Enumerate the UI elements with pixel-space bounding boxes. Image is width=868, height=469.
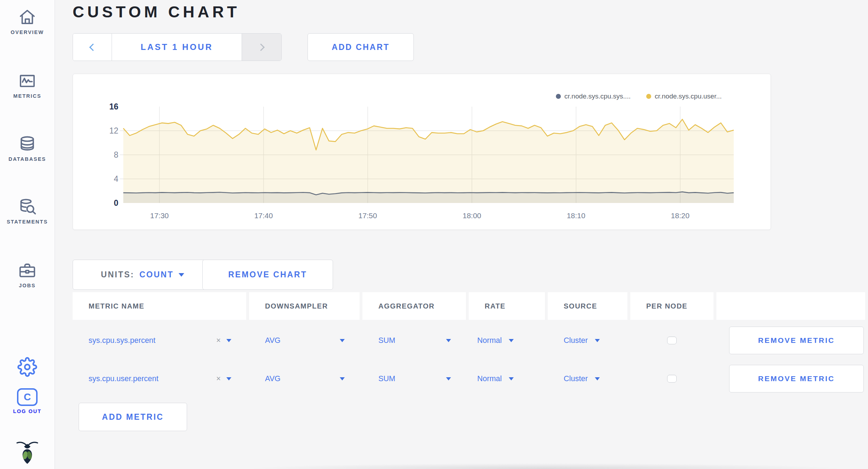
- per-node-cell: [630, 323, 714, 358]
- downsampler-dropdown[interactable]: AVG: [265, 336, 281, 345]
- legend-dot-icon: [646, 94, 651, 99]
- home-icon: [0, 8, 55, 27]
- sidebar-item-settings[interactable]: [0, 357, 55, 377]
- legend-label: cr.node.sys.cpu.sys....: [564, 92, 631, 100]
- column-header-empty: [716, 292, 865, 320]
- legend-entry: cr.node.sys.cpu.user...: [646, 92, 722, 100]
- statements-icon: [0, 197, 55, 216]
- chevron-right-icon: [257, 43, 265, 51]
- per-node-checkbox[interactable]: [667, 375, 677, 383]
- bottom-shadow: [253, 463, 838, 469]
- remove-chart-button[interactable]: REMOVE CHART: [202, 260, 333, 290]
- aggregator-dropdown[interactable]: SUM: [378, 336, 395, 345]
- add-chart-button[interactable]: ADD CHART: [308, 33, 414, 61]
- chevron-down-icon[interactable]: [226, 377, 231, 380]
- column-header-aggregator: AGGREGATOR: [362, 292, 466, 320]
- downsampler-cell: AVG: [249, 323, 360, 358]
- x-axis-tick: 17:50: [350, 211, 385, 220]
- main-content: CUSTOM CHART LAST 1 HOUR ADD CHART cr.no…: [55, 0, 868, 469]
- database-icon: [0, 135, 55, 154]
- metric-name-cell: sys.cpu.sys.percent ×: [73, 323, 246, 358]
- x-axis-tick: 18:20: [663, 211, 698, 220]
- aggregator-cell: SUM: [362, 323, 466, 358]
- aggregator-dropdown[interactable]: SUM: [378, 374, 395, 383]
- remove-metric-button[interactable]: REMOVE METRIC: [729, 365, 864, 392]
- column-header-per-node: PER NODE: [630, 292, 714, 320]
- chevron-down-icon[interactable]: [446, 377, 451, 380]
- sidebar-item-label: STATEMENTS: [0, 219, 55, 225]
- y-axis-tick: 4: [94, 175, 118, 183]
- downsampler-dropdown[interactable]: AVG: [265, 374, 281, 383]
- legend-entry: cr.node.sys.cpu.sys....: [556, 92, 631, 100]
- units-label: UNITS:: [101, 270, 135, 279]
- cockroach-bug-logo: [0, 439, 55, 465]
- sidebar-item-label: JOBS: [0, 283, 55, 288]
- source-dropdown[interactable]: Cluster: [564, 336, 588, 345]
- rate-cell: Normal: [469, 323, 545, 358]
- sidebar-item-label: OVERVIEW: [0, 29, 55, 35]
- time-range-next-button[interactable]: [242, 34, 281, 61]
- remove-metric-cell: REMOVE METRIC: [716, 361, 865, 396]
- sidebar-item-label: DATABASES: [0, 156, 55, 162]
- aggregator-cell: SUM: [362, 361, 466, 396]
- remove-metric-cell: REMOVE METRIC: [716, 323, 865, 358]
- remove-metric-button[interactable]: REMOVE METRIC: [729, 327, 864, 354]
- chevron-down-icon[interactable]: [595, 377, 600, 380]
- units-value: COUNT: [139, 270, 174, 279]
- column-header-rate: RATE: [469, 292, 545, 320]
- sidebar-item-metrics[interactable]: METRICS: [0, 72, 55, 99]
- units-dropdown[interactable]: UNITS: COUNT: [73, 260, 213, 290]
- column-header-metric-name: METRIC NAME: [73, 292, 246, 320]
- cockroach-c-icon[interactable]: C: [17, 388, 38, 406]
- page-title: CUSTOM CHART: [73, 3, 240, 21]
- chevron-down-icon[interactable]: [509, 339, 514, 342]
- chevron-down-icon[interactable]: [446, 339, 451, 342]
- x-axis-tick: 17:30: [142, 211, 177, 220]
- sidebar-item-overview[interactable]: OVERVIEW: [0, 8, 55, 35]
- briefcase-icon: [0, 261, 55, 280]
- sidebar-item-logout[interactable]: C LOG OUT: [0, 388, 55, 414]
- chevron-down-icon[interactable]: [595, 339, 600, 342]
- gear-icon[interactable]: [0, 357, 55, 377]
- chevron-down-icon[interactable]: [509, 377, 514, 380]
- clear-metric-icon[interactable]: ×: [216, 374, 221, 383]
- chevron-down-icon[interactable]: [340, 377, 345, 380]
- per-node-checkbox[interactable]: [667, 337, 677, 344]
- x-axis-tick: 17:40: [246, 211, 281, 220]
- sidebar-item-statements[interactable]: STATEMENTS: [0, 197, 55, 225]
- rate-dropdown[interactable]: Normal: [477, 336, 502, 345]
- chevron-down-icon[interactable]: [226, 339, 231, 342]
- add-metric-button[interactable]: ADD METRIC: [79, 403, 187, 431]
- chevron-down-icon: [179, 273, 184, 277]
- clear-metric-icon[interactable]: ×: [216, 336, 221, 345]
- chart-legend: cr.node.sys.cpu.sys....cr.node.sys.cpu.u…: [556, 92, 722, 100]
- metrics-icon: [0, 72, 55, 91]
- column-header-downsampler: DOWNSAMPLER: [249, 292, 360, 320]
- rate-dropdown[interactable]: Normal: [477, 374, 502, 383]
- line-chart: [123, 107, 734, 203]
- legend-label: cr.node.sys.cpu.user...: [655, 92, 722, 100]
- time-range-selector: LAST 1 HOUR: [73, 33, 282, 61]
- sidebar-item-jobs[interactable]: JOBS: [0, 261, 55, 288]
- chart-card: cr.node.sys.cpu.sys....cr.node.sys.cpu.u…: [73, 74, 771, 230]
- per-node-cell: [630, 361, 714, 396]
- downsampler-cell: AVG: [249, 361, 360, 396]
- time-range-label[interactable]: LAST 1 HOUR: [112, 34, 242, 61]
- chevron-down-icon[interactable]: [340, 339, 345, 342]
- y-axis-tick: 12: [94, 126, 118, 135]
- y-axis-tick: 8: [94, 151, 118, 159]
- x-axis-tick: 18:00: [454, 211, 490, 220]
- column-header-source: SOURCE: [548, 292, 627, 320]
- rate-cell: Normal: [469, 361, 545, 396]
- metrics-table: METRIC NAMEDOWNSAMPLERAGGREGATORRATESOUR…: [73, 292, 865, 396]
- source-dropdown[interactable]: Cluster: [564, 374, 588, 383]
- y-axis-tick: 0: [94, 199, 118, 207]
- time-range-prev-button[interactable]: [73, 34, 112, 61]
- metric-name-link[interactable]: sys.cpu.sys.percent: [89, 336, 156, 345]
- chevron-left-icon: [89, 43, 97, 51]
- x-axis-tick: 18:10: [558, 211, 594, 220]
- source-cell: Cluster: [548, 361, 627, 396]
- logout-label[interactable]: LOG OUT: [0, 408, 55, 414]
- metric-name-link[interactable]: sys.cpu.user.percent: [89, 374, 158, 383]
- sidebar-item-databases[interactable]: DATABASES: [0, 135, 55, 162]
